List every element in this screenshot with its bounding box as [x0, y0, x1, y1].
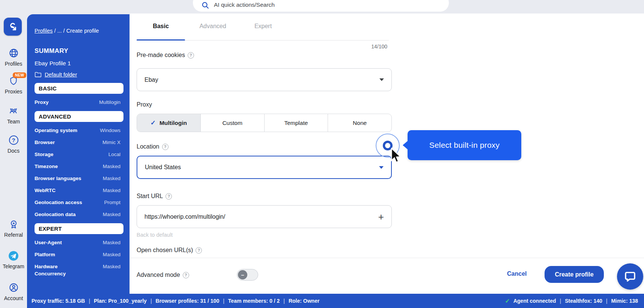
proxy-option-custom[interactable]: Custom — [201, 114, 265, 132]
help-icon[interactable]: ? — [166, 193, 172, 200]
premade-cookies-value: Ebay — [144, 77, 158, 83]
help-icon[interactable]: ? — [162, 144, 169, 150]
proxy-option-template[interactable]: Template — [265, 114, 328, 132]
summary-row-os: Operating systemWindows — [35, 127, 123, 134]
status-team-members: Team members: 0 / 2 — [228, 298, 289, 304]
check-icon: ✓ — [150, 119, 156, 127]
summary-row-hardware-concurrency: Hardware ConcurrencyMasked — [35, 263, 123, 277]
medal-icon — [0, 219, 27, 229]
check-icon: ✓ — [505, 297, 510, 305]
summary-row-geolocation-data: Geolocation dataMasked — [35, 211, 123, 218]
rail-label: Profiles — [0, 61, 27, 67]
summary-row-geolocation-access: Geolocation accessPrompt — [35, 199, 123, 206]
multilogin-logo[interactable] — [4, 18, 22, 36]
folder-link[interactable]: Default folder — [45, 72, 77, 78]
help-icon[interactable]: ? — [183, 272, 189, 278]
rail-label: Proxies — [0, 89, 27, 95]
breadcrumb: Profiles / ... / Create profile — [35, 28, 123, 34]
status-proxy-traffic: Proxy traffic: 5.18 GB — [32, 298, 94, 304]
folder-icon — [35, 71, 42, 78]
sidebar-item-proxies[interactable]: NEW Proxies — [0, 76, 27, 95]
status-left: Proxy traffic: 5.18 GB Plan: Pro_100_yea… — [32, 298, 319, 304]
sidebar-item-docs[interactable]: ? Docs — [0, 135, 27, 154]
chevron-down-icon — [379, 166, 384, 169]
sidebar-item-telegram[interactable]: Telegram — [0, 251, 27, 269]
summary-row-webrtc: WebRTCMasked — [35, 187, 123, 194]
premade-cookies-dropdown[interactable]: Ebay — [137, 68, 392, 91]
start-url-input[interactable] — [144, 213, 378, 220]
chat-icon — [624, 270, 636, 283]
location-dropdown[interactable]: United States — [137, 156, 392, 179]
live-chat-button[interactable] — [617, 263, 643, 290]
search-input[interactable] — [214, 0, 442, 9]
create-profile-button[interactable]: Create profile — [545, 266, 604, 283]
active-tab-indicator — [137, 39, 185, 41]
tab-basic[interactable]: Basic — [137, 23, 185, 30]
tooltip-arrow — [403, 141, 408, 150]
open-chosen-urls-label: Open chosen URL(s) ? — [137, 247, 202, 254]
tab-expert[interactable]: Expert — [241, 23, 286, 30]
advanced-mode-toggle[interactable]: – — [237, 269, 258, 281]
sidebar-item-referral[interactable]: Referral — [0, 219, 27, 238]
sidebar-item-account[interactable]: Account — [0, 282, 27, 301]
summary-row-browser-languages: Browser languagesMasked — [35, 175, 123, 182]
summary-row-user-agent: User-AgentMasked — [35, 239, 123, 246]
summary-row-platform: PlatformMasked — [35, 251, 123, 258]
summary-row-proxy: ProxyMultilogin — [35, 99, 123, 106]
help-icon[interactable]: ? — [196, 247, 202, 254]
sidebar-item-profiles[interactable]: Profiles — [0, 48, 27, 67]
help-circle-icon: ? — [0, 135, 27, 145]
search-icon — [201, 1, 209, 9]
breadcrumb-separator: / ... / — [54, 28, 65, 34]
profile-summary-sidebar: Profiles / ... / Create profile SUMMARY … — [27, 14, 129, 294]
start-url-field: + — [137, 205, 392, 228]
folder-row[interactable]: Default folder — [35, 71, 123, 78]
team-icon — [0, 106, 27, 116]
sidebar-item-team[interactable]: Team — [0, 106, 27, 125]
location-label: Location ? — [137, 143, 169, 150]
proxy-option-none[interactable]: None — [328, 114, 391, 132]
rail-label: Account — [0, 295, 27, 301]
shield-icon: NEW — [0, 76, 27, 86]
cancel-button[interactable]: Cancel — [507, 270, 527, 277]
globe-icon — [0, 48, 27, 58]
account-icon — [0, 282, 27, 293]
telegram-icon — [0, 251, 27, 261]
status-browser-profiles: Browser profiles: 31 / 100 — [156, 298, 228, 304]
name-char-counter: 14/100 — [137, 44, 387, 50]
profile-name: Ebay Profile 1 — [35, 60, 123, 67]
status-plan: Plan: Pro_100_yearly — [94, 298, 156, 304]
add-url-icon[interactable]: + — [378, 212, 384, 222]
proxy-label: Proxy — [137, 101, 152, 108]
rail-label: Referral — [0, 232, 27, 238]
rail-label: Team — [0, 119, 27, 125]
help-icon[interactable]: ? — [188, 52, 194, 59]
back-to-default-link[interactable]: Back to default — [137, 232, 173, 238]
premade-cookies-label: Pre-made cookies ? — [137, 52, 194, 59]
section-header-basic[interactable]: BASIC — [35, 83, 123, 94]
breadcrumb-profiles-link[interactable]: Profiles — [35, 28, 53, 34]
profile-tabs: Basic Advanced Expert — [137, 23, 286, 30]
proxy-option-multilogin[interactable]: ✓ Multilogin — [137, 114, 201, 132]
status-agent-connected: Agent connected — [513, 298, 565, 304]
rail-label: Docs — [0, 148, 27, 154]
status-right: ✓ Agent connected Stealthfox: 140 Mimic:… — [505, 297, 638, 305]
section-header-advanced[interactable]: ADVANCED — [35, 111, 123, 122]
proxy-type-segmented-control: ✓ Multilogin Custom Template None — [137, 114, 392, 132]
advanced-mode-label: Advanced mode ? — [137, 272, 189, 278]
section-header-expert[interactable]: EXPERT — [35, 223, 123, 234]
global-search-bar — [193, 0, 449, 12]
location-value: United States — [145, 164, 181, 171]
status-mimic-version: Mimic: 138 — [611, 298, 638, 304]
status-bar: Proxy traffic: 5.18 GB Plan: Pro_100_yea… — [27, 294, 644, 308]
mouse-cursor — [389, 148, 402, 165]
status-role: Role: Owner — [289, 298, 319, 304]
start-url-label: Start URL ? — [137, 193, 172, 200]
summary-row-timezone: TimezoneMasked — [35, 163, 123, 170]
icon-rail: Profiles NEW Proxies Team ? Docs — [0, 0, 27, 308]
tab-advanced[interactable]: Advanced — [185, 23, 241, 30]
multilogin-logo-icon — [8, 21, 18, 32]
summary-row-storage: StorageLocal — [35, 151, 123, 158]
create-profile-panel: Basic Advanced Expert 14/100 Pre-made co… — [129, 14, 644, 294]
new-badge: NEW — [13, 72, 26, 78]
